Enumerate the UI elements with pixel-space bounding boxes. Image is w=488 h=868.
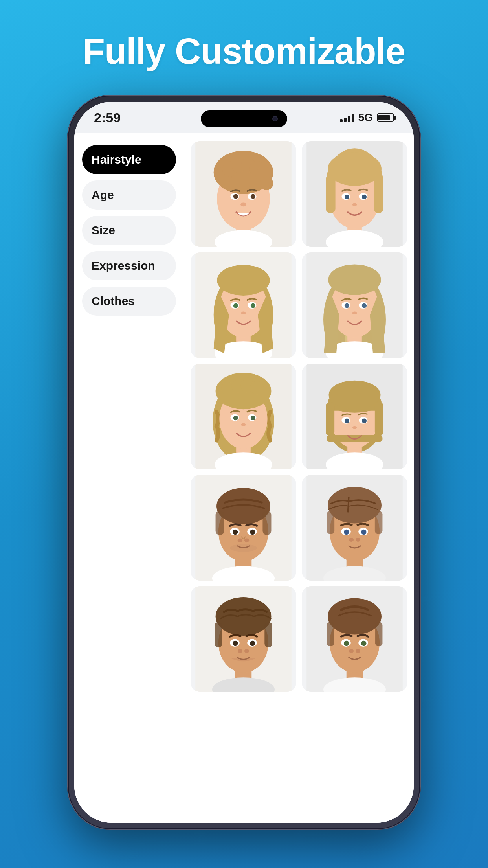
- svg-point-123: [238, 649, 242, 653]
- svg-point-39: [251, 303, 255, 308]
- hair-option-2[interactable]: [302, 141, 407, 247]
- svg-rect-23: [326, 175, 335, 213]
- sidebar-item-size[interactable]: Size: [82, 216, 176, 245]
- signal-bar-4: [352, 114, 354, 122]
- hair-option-8[interactable]: [302, 475, 407, 581]
- svg-rect-118: [264, 622, 272, 647]
- svg-point-37: [233, 303, 238, 308]
- hair-option-3[interactable]: [191, 252, 296, 358]
- svg-rect-77: [326, 402, 334, 436]
- grid-row-3: [191, 364, 407, 469]
- signal-bar-3: [348, 116, 350, 122]
- svg-point-48: [345, 303, 349, 308]
- svg-point-110: [349, 538, 354, 542]
- svg-point-64: [233, 416, 238, 420]
- battery-icon: [377, 113, 394, 122]
- grid-row-4: [191, 475, 407, 581]
- svg-rect-91: [262, 511, 271, 535]
- status-right: 5G: [340, 111, 394, 124]
- hair-option-4[interactable]: [302, 252, 407, 358]
- sidebar-item-hairstyle[interactable]: Hairstyle: [82, 145, 176, 174]
- svg-point-111: [356, 538, 360, 542]
- svg-point-15: [251, 194, 255, 199]
- svg-point-16: [240, 203, 246, 207]
- hairstyle-grid[interactable]: [184, 133, 414, 823]
- svg-point-83: [352, 426, 357, 429]
- svg-point-95: [250, 530, 255, 535]
- svg-point-67: [241, 423, 246, 426]
- sidebar-item-age[interactable]: Age: [82, 180, 176, 210]
- phone-screen: 2:59 5G Hairstyle: [74, 102, 414, 823]
- grid-row-2: [191, 252, 407, 358]
- svg-point-13: [233, 194, 238, 199]
- svg-point-26: [345, 195, 349, 199]
- status-bar: 2:59 5G: [74, 102, 414, 133]
- signal-bar-1: [340, 119, 343, 122]
- svg-point-62: [259, 387, 270, 398]
- svg-point-40: [241, 312, 246, 314]
- hair-option-9[interactable]: [191, 586, 296, 692]
- svg-rect-131: [327, 622, 334, 646]
- svg-point-29: [352, 203, 357, 206]
- svg-point-96: [238, 539, 242, 542]
- hair-option-7[interactable]: [191, 475, 296, 581]
- app-content: Hairstyle Age Size Expression Clothes: [74, 133, 414, 823]
- svg-rect-117: [215, 622, 222, 647]
- signal-bars-icon: [340, 113, 354, 122]
- svg-point-97: [244, 539, 249, 542]
- svg-rect-24: [374, 175, 383, 213]
- svg-point-11: [260, 177, 273, 190]
- svg-point-80: [345, 419, 349, 423]
- svg-rect-105: [375, 511, 383, 534]
- hair-option-10[interactable]: [302, 586, 407, 692]
- hair-option-1[interactable]: [191, 141, 296, 247]
- svg-point-120: [233, 641, 238, 646]
- svg-point-134: [344, 641, 349, 646]
- svg-point-76: [328, 381, 380, 409]
- headline: Fully Customizable: [83, 31, 405, 71]
- sidebar: Hairstyle Age Size Expression Clothes: [74, 133, 184, 823]
- svg-point-82: [362, 419, 367, 423]
- svg-point-137: [349, 649, 354, 653]
- svg-point-136: [361, 641, 366, 646]
- svg-rect-104: [327, 511, 335, 534]
- grid-row-5: [191, 586, 407, 692]
- svg-point-124: [244, 649, 249, 653]
- svg-rect-78: [375, 402, 383, 436]
- svg-point-138: [356, 649, 360, 653]
- svg-point-28: [362, 195, 367, 199]
- svg-point-89: [216, 488, 270, 524]
- dynamic-island: [201, 110, 287, 127]
- network-type: 5G: [358, 111, 373, 124]
- svg-point-107: [344, 530, 349, 535]
- svg-point-109: [361, 530, 366, 535]
- svg-rect-90: [216, 511, 224, 535]
- svg-point-122: [250, 641, 255, 646]
- sidebar-item-clothes[interactable]: Clothes: [82, 287, 176, 316]
- battery-fill: [378, 115, 390, 120]
- svg-point-66: [251, 416, 255, 420]
- svg-point-35: [217, 265, 270, 296]
- hair-option-5[interactable]: [191, 364, 296, 469]
- grid-row-1: [191, 141, 407, 247]
- svg-point-50: [362, 303, 367, 308]
- hair-option-6[interactable]: [302, 364, 407, 469]
- svg-point-22: [328, 152, 382, 186]
- phone-shell: 2:59 5G Hairstyle: [67, 95, 421, 830]
- svg-point-93: [233, 530, 238, 535]
- svg-point-46: [328, 265, 381, 295]
- sidebar-item-expression[interactable]: Expression: [82, 251, 176, 280]
- svg-rect-132: [375, 622, 382, 646]
- svg-point-51: [352, 312, 357, 314]
- camera-dot: [272, 116, 278, 121]
- signal-bar-2: [344, 118, 347, 122]
- status-time: 2:59: [94, 110, 121, 125]
